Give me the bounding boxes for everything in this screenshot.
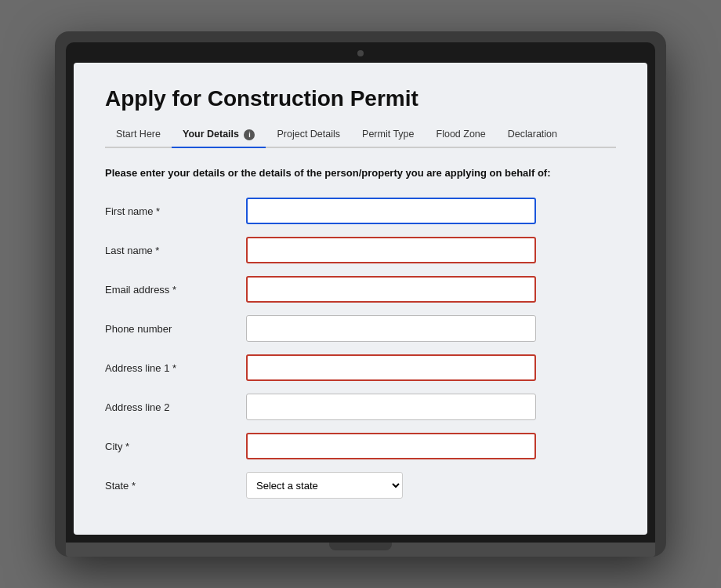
info-icon: i bbox=[244, 129, 255, 140]
tab-your-details[interactable]: Your Details i bbox=[172, 124, 266, 147]
form-container: Apply for Construction Permit Start Here… bbox=[74, 63, 647, 535]
screen-bezel: Apply for Construction Permit Start Here… bbox=[66, 42, 655, 543]
tab-project-details[interactable]: Project Details bbox=[266, 124, 351, 147]
city-row: City * bbox=[105, 433, 616, 459]
city-input[interactable] bbox=[246, 433, 536, 459]
email-address-input[interactable] bbox=[246, 276, 536, 303]
state-label: State * bbox=[105, 480, 246, 492]
email-address-row: Email address * bbox=[105, 276, 616, 303]
address-line-1-input[interactable] bbox=[246, 354, 536, 381]
last-name-label: Last name * bbox=[105, 245, 246, 256]
tab-bar: Start Here Your Details i Project Detail… bbox=[105, 124, 616, 148]
email-address-label: Email address * bbox=[105, 284, 246, 296]
last-name-input[interactable] bbox=[246, 237, 536, 263]
first-name-row: First name * bbox=[105, 198, 616, 224]
laptop-hinge bbox=[329, 543, 392, 550]
first-name-input[interactable] bbox=[246, 198, 536, 224]
phone-number-label: Phone number bbox=[105, 323, 246, 335]
address-line-1-label: Address line 1 * bbox=[105, 362, 246, 374]
state-row: State * Select a state bbox=[105, 472, 616, 499]
tab-flood-zone[interactable]: Flood Zone bbox=[426, 124, 497, 147]
phone-number-row: Phone number bbox=[105, 315, 616, 342]
tab-start-here[interactable]: Start Here bbox=[105, 124, 172, 147]
tab-declaration[interactable]: Declaration bbox=[497, 124, 568, 147]
page-title: Apply for Construction Permit bbox=[105, 86, 616, 111]
phone-number-input[interactable] bbox=[246, 315, 536, 342]
last-name-row: Last name * bbox=[105, 237, 616, 263]
laptop-base bbox=[66, 543, 655, 557]
address-line-2-label: Address line 2 bbox=[105, 401, 246, 413]
laptop-frame: Apply for Construction Permit Start Here… bbox=[55, 31, 666, 557]
city-label: City * bbox=[105, 441, 246, 452]
camera bbox=[357, 50, 364, 56]
address-line-1-row: Address line 1 * bbox=[105, 354, 616, 381]
tab-permit-type[interactable]: Permit Type bbox=[351, 124, 425, 147]
state-select[interactable]: Select a state bbox=[246, 472, 403, 499]
screen: Apply for Construction Permit Start Here… bbox=[74, 63, 647, 535]
address-line-2-input[interactable] bbox=[246, 394, 536, 420]
first-name-label: First name * bbox=[105, 205, 246, 217]
address-line-2-row: Address line 2 bbox=[105, 394, 616, 420]
instructions-text: Please enter your details or the details… bbox=[105, 165, 616, 181]
